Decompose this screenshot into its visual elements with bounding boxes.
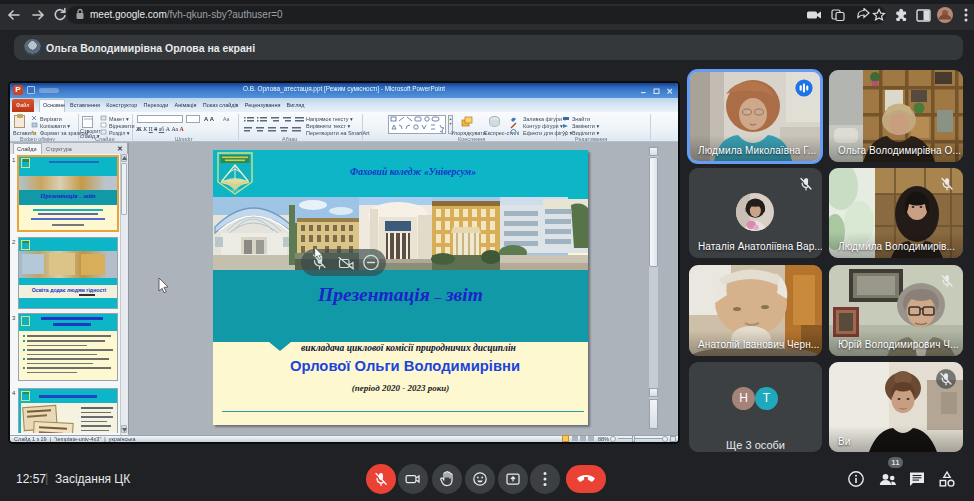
svg-text:1874: 1874 (231, 189, 239, 193)
